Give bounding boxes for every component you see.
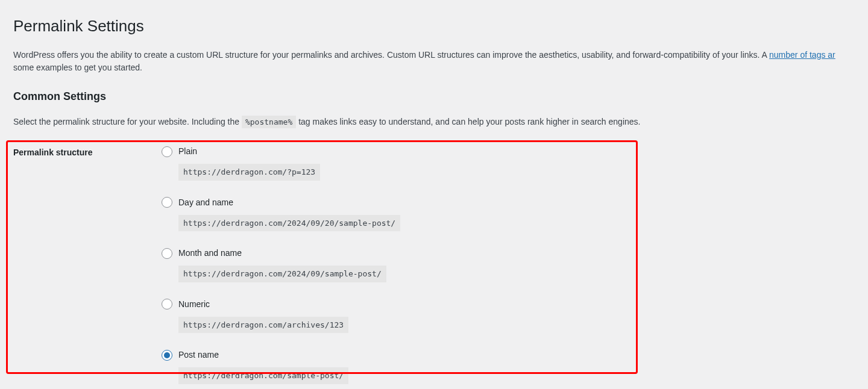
radio-plain[interactable]: [162, 146, 172, 157]
label-post-name[interactable]: Post name: [178, 349, 219, 361]
radio-post-name[interactable]: [162, 350, 172, 361]
label-month-name[interactable]: Month and name: [178, 247, 242, 260]
page-description: WordPress offers you the ability to crea…: [13, 49, 856, 74]
example-numeric: https://derdragon.com/archives/123: [178, 317, 348, 334]
common-settings-description: Select the permalink structure for your …: [13, 116, 856, 128]
radio-numeric[interactable]: [162, 299, 172, 310]
example-month-name: https://derdragon.com/2024/09/sample-pos…: [178, 266, 386, 282]
radio-day-name[interactable]: [162, 197, 172, 208]
structure-options: Plain https://derdragon.com/?p=123 Day a…: [162, 145, 856, 389]
label-day-name[interactable]: Day and name: [178, 196, 233, 209]
settings-wrap: Permalink Settings WordPress offers you …: [0, 0, 868, 389]
structure-label-col: Permalink structure: [13, 145, 162, 389]
option-plain: Plain https://derdragon.com/?p=123: [162, 145, 856, 181]
page-title: Permalink Settings: [13, 14, 856, 38]
option-numeric: Numeric https://derdragon.com/archives/1…: [162, 298, 856, 334]
permalink-form: Permalink structure Plain https://derdra…: [13, 145, 856, 389]
example-day-name: https://derdragon.com/2024/09/20/sample-…: [178, 215, 400, 232]
label-numeric[interactable]: Numeric: [178, 298, 210, 311]
option-month-name: Month and name https://derdragon.com/202…: [162, 247, 856, 282]
option-day-name: Day and name https://derdragon.com/2024/…: [162, 196, 856, 232]
structure-label: Permalink structure: [13, 148, 93, 157]
common-settings-heading: Common Settings: [13, 89, 856, 105]
radio-month-name[interactable]: [162, 248, 172, 259]
label-plain[interactable]: Plain: [178, 145, 197, 158]
postname-tag: %postname%: [242, 116, 296, 128]
option-post-name: Post name https://derdragon.com/sample-p…: [162, 349, 856, 384]
example-post-name: https://derdragon.com/sample-post/: [178, 367, 348, 384]
tags-link[interactable]: number of tags ar: [769, 50, 835, 60]
example-plain: https://derdragon.com/?p=123: [178, 164, 320, 181]
